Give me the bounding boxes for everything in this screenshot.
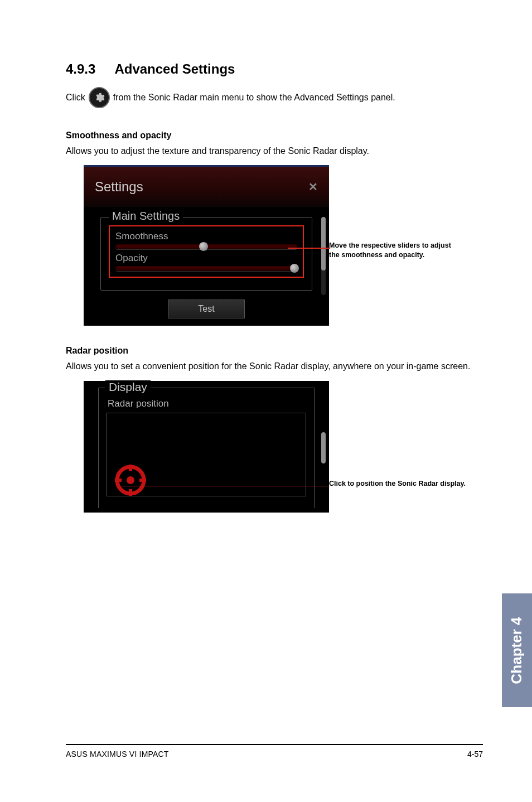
close-icon[interactable]: ✕ bbox=[308, 180, 318, 194]
settings-scrollbar-thumb[interactable] bbox=[321, 217, 326, 270]
smoothness-slider[interactable] bbox=[115, 244, 297, 249]
chapter-side-tab-label: Chapter 4 bbox=[509, 617, 526, 684]
footer-product-name: ASUS MAXIMUS VI IMPACT bbox=[66, 750, 169, 758]
chapter-side-tab: Chapter 4 bbox=[502, 593, 532, 707]
svg-point-1 bbox=[127, 476, 134, 484]
smoothness-slider-thumb[interactable] bbox=[199, 242, 208, 251]
radar-position-area[interactable] bbox=[107, 413, 306, 496]
page-number: 4-57 bbox=[467, 750, 483, 758]
display-panel-screenshot: Display Radar position bbox=[84, 381, 329, 513]
radar-heading: Radar position bbox=[66, 346, 483, 356]
svg-rect-3 bbox=[129, 489, 132, 496]
svg-rect-4 bbox=[115, 479, 122, 482]
display-legend: Display bbox=[105, 380, 151, 394]
display-scrollbar-thumb[interactable] bbox=[321, 432, 326, 463]
radar-position-label: Radar position bbox=[108, 398, 306, 409]
section-number: 4.9.3 bbox=[66, 61, 95, 77]
settings-scrollbar[interactable] bbox=[321, 217, 326, 295]
settings-panel-header: Settings ✕ bbox=[84, 167, 329, 207]
slider-highlight-box: Smoothness Opacity bbox=[109, 225, 304, 278]
gear-icon bbox=[89, 87, 110, 108]
main-settings-legend: Main Settings bbox=[109, 210, 183, 223]
intro-before: Click bbox=[66, 93, 85, 103]
display-group: Display Radar position bbox=[98, 388, 315, 508]
callout-smoothness-text: Move the respective sliders to adjust th… bbox=[329, 241, 463, 259]
footer-rule bbox=[66, 744, 483, 745]
page-footer: ASUS MAXIMUS VI IMPACT 4-57 bbox=[66, 750, 483, 758]
smoothness-body: Allows you to adjust the texture and tra… bbox=[66, 145, 483, 157]
callout-smoothness: Move the respective sliders to adjust th… bbox=[329, 165, 463, 259]
main-settings-group: Main Settings Smoothness Opacity bbox=[100, 217, 312, 291]
settings-panel-screenshot: Settings ✕ Main Settings Smoothness Opac… bbox=[84, 165, 329, 326]
smoothness-heading: Smoothness and opacity bbox=[66, 131, 483, 141]
radar-target-icon[interactable] bbox=[115, 465, 146, 496]
opacity-label: Opacity bbox=[115, 253, 297, 264]
intro-line: Click from the Sonic Radar main menu to … bbox=[66, 87, 483, 108]
radar-body: Allows you to set a convenient position … bbox=[66, 360, 483, 373]
svg-rect-2 bbox=[129, 465, 132, 471]
test-button[interactable]: Test bbox=[168, 299, 245, 318]
svg-rect-5 bbox=[139, 479, 146, 482]
settings-panel-title: Settings bbox=[95, 179, 143, 195]
section-heading: 4.9.3Advanced Settings bbox=[66, 61, 483, 77]
callout-radar-text: Click to position the Sonic Radar displa… bbox=[329, 479, 474, 488]
section-title: Advanced Settings bbox=[114, 61, 235, 76]
callout-line bbox=[288, 248, 330, 249]
opacity-slider[interactable] bbox=[115, 266, 297, 271]
intro-after: from the Sonic Radar main menu to show t… bbox=[113, 93, 395, 103]
callout-line bbox=[122, 486, 330, 487]
callout-radar: Click to position the Sonic Radar displa… bbox=[329, 381, 474, 488]
opacity-slider-thumb[interactable] bbox=[290, 264, 299, 273]
smoothness-label: Smoothness bbox=[115, 231, 297, 242]
